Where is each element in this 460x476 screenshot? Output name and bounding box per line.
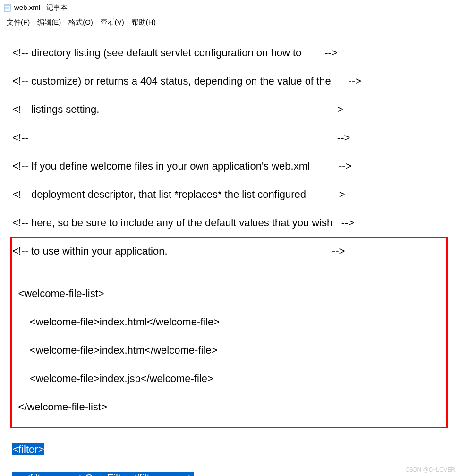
- titlebar: web.xml - 记事本: [0, 0, 460, 15]
- menu-edit[interactable]: 编辑(E): [34, 17, 64, 28]
- code-line: <!-- here, so be sure to include any of …: [7, 216, 453, 230]
- code-line: </welcome-file-list>: [7, 400, 453, 414]
- code-line: <!-- If you define welcome files in your…: [7, 159, 453, 173]
- code-line: <welcome-file>index.html</welcome-file>: [7, 315, 453, 329]
- editor-content[interactable]: <!-- directory listing (see default serv…: [0, 32, 460, 476]
- selected-text: <filter>: [12, 443, 44, 455]
- code-line: <welcome-file-list>: [7, 287, 453, 301]
- code-line: <!-- directory listing (see default serv…: [7, 46, 453, 60]
- menu-help[interactable]: 帮助(H): [129, 17, 159, 28]
- selected-text: <filter-name>CorsFilter</filter-name>: [12, 472, 194, 476]
- code-line: <welcome-file>index.jsp</welcome-file>: [7, 372, 453, 386]
- menubar: 文件(F) 编辑(E) 格式(O) 查看(V) 帮助(H): [0, 15, 460, 32]
- svg-rect-1: [4, 4, 10, 6]
- code-line: <!-- customize) or returns a 404 status,…: [7, 74, 453, 88]
- window-title: web.xml - 记事本: [14, 3, 68, 12]
- menu-format[interactable]: 格式(O): [66, 17, 96, 28]
- code-line: <!-- listings setting. -->: [7, 102, 453, 117]
- notepad-icon: [4, 3, 11, 12]
- menu-view[interactable]: 查看(V): [98, 17, 127, 28]
- code-line-selected: <filter-name>CorsFilter</filter-name>: [7, 471, 453, 476]
- code-line: <!-- deployment descriptor, that list *r…: [7, 187, 453, 202]
- code-line: <!-- to use within your application. -->: [7, 244, 453, 258]
- watermark: CSDN @C~LOVER: [405, 467, 455, 473]
- menu-file[interactable]: 文件(F): [4, 17, 33, 28]
- code-line: <welcome-file>index.htm</welcome-file>: [7, 343, 453, 357]
- code-line-selected: <filter>: [7, 442, 453, 457]
- code-line: <!-- -->: [7, 131, 453, 145]
